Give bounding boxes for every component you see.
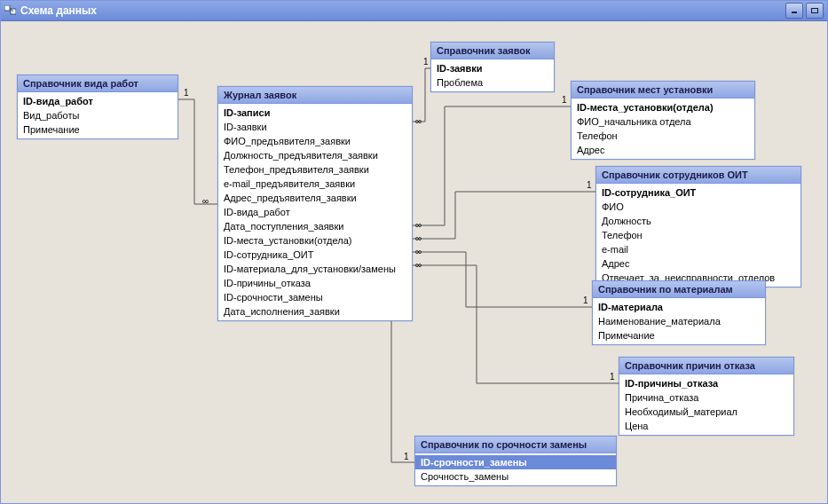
table-t_journal[interactable]: Журнал заявокID-записиID-заявкиФИО_предъ…: [217, 86, 413, 321]
cardinality-one: 1: [587, 180, 592, 190]
field[interactable]: Проблема: [431, 75, 554, 90]
cardinality-many: ∞: [415, 260, 422, 270]
field[interactable]: ID-вида_работ: [18, 94, 177, 108]
field[interactable]: Цена: [619, 419, 793, 433]
cardinality-one: 1: [423, 57, 429, 67]
table-t_reason[interactable]: Справочник причин отказаID-причины_отказ…: [619, 357, 794, 436]
relation-line: [411, 106, 571, 225]
relation-line: [411, 252, 592, 307]
field[interactable]: ID-материала: [593, 300, 765, 314]
svg-rect-0: [4, 5, 10, 11]
field[interactable]: ID-места_установки(отдела): [218, 233, 412, 248]
field[interactable]: Телефон_предъявителя_заявки: [218, 162, 412, 177]
cardinality-one: 1: [610, 372, 615, 382]
table-title[interactable]: Справочник сотрудников ОИТ: [596, 167, 800, 184]
cardinality-many: ∞: [202, 196, 209, 206]
field[interactable]: ФИО_предъявителя_заявки: [218, 134, 412, 148]
field[interactable]: ID-причины_отказа: [619, 376, 793, 390]
cardinality-one: 1: [404, 452, 409, 461]
field[interactable]: Наименование_материала: [593, 314, 765, 328]
field[interactable]: ID-срочности_замены: [415, 455, 616, 469]
table-t_urg[interactable]: Справочник по срочности заменыID-срочнос…: [414, 436, 617, 486]
field[interactable]: ID-материала_для_установки/замены: [218, 262, 412, 276]
field[interactable]: Примечание: [593, 328, 765, 343]
field[interactable]: e-mail: [596, 242, 800, 256]
diagram-canvas[interactable]: 1∞1∞1∞1∞1∞1∞1∞ Справочник вида работID-в…: [1, 21, 827, 504]
field[interactable]: Вид_работы: [18, 108, 177, 122]
field[interactable]: Примечание: [18, 122, 177, 137]
field[interactable]: ID-срочности_замены: [218, 290, 412, 304]
field[interactable]: Телефон: [596, 228, 800, 242]
field[interactable]: ID-места_установки(отдела): [572, 100, 754, 114]
cardinality-many: ∞: [415, 233, 422, 243]
table-title[interactable]: Журнал заявок: [218, 87, 412, 104]
field[interactable]: ID-заявки: [218, 120, 412, 134]
window: Схема данных 1∞1∞1∞1∞1∞1∞1∞ Справочник в…: [0, 0, 828, 504]
cardinality-one: 1: [562, 95, 567, 105]
cardinality-one: 1: [583, 295, 588, 305]
relation-line: [411, 265, 619, 383]
table-t_req[interactable]: Справочник заявокID-заявкиПроблема: [430, 42, 555, 92]
restore-button[interactable]: [806, 3, 824, 19]
field[interactable]: ID-причины_отказа: [218, 276, 412, 290]
field[interactable]: Должность: [596, 214, 800, 228]
field[interactable]: Дата_поступления_заявки: [218, 219, 412, 233]
field[interactable]: Необходимый_материал: [619, 405, 793, 419]
table-t_emp[interactable]: Справочник сотрудников ОИТID-сотрудника_…: [595, 166, 801, 287]
relation-line: [411, 68, 430, 122]
cardinality-many: ∞: [415, 116, 422, 126]
field[interactable]: ФИО: [596, 200, 800, 214]
field[interactable]: ID-записи: [218, 106, 412, 120]
field[interactable]: ID-заявки: [431, 61, 554, 75]
cardinality-many: ∞: [415, 220, 422, 230]
table-title[interactable]: Справочник заявок: [431, 43, 554, 59]
field[interactable]: ID-сотрудника_ОИТ: [596, 185, 800, 200]
cardinality-many: ∞: [415, 247, 422, 256]
table-title[interactable]: Справочник по материалам: [593, 281, 765, 298]
field[interactable]: e-mail_предъявителя_заявки: [218, 177, 412, 191]
field[interactable]: Должность_предъявителя_заявки: [218, 148, 412, 162]
table-title[interactable]: Справочник по срочности замены: [415, 437, 616, 453]
app-icon: [4, 5, 16, 17]
titlebar[interactable]: Схема данных: [1, 1, 827, 21]
field[interactable]: ID-сотрудника_ОИТ: [218, 248, 412, 262]
svg-rect-4: [812, 9, 818, 13]
relation-line: [177, 99, 217, 204]
minimize-button[interactable]: [785, 3, 803, 19]
table-title[interactable]: Справочник вида работ: [18, 75, 177, 92]
field[interactable]: Адрес: [572, 143, 754, 157]
table-t_mat[interactable]: Справочник по материаламID-материалаНаим…: [592, 280, 766, 345]
table-title[interactable]: Справочник причин отказа: [619, 358, 793, 374]
table-t_work[interactable]: Справочник вида работID-вида_работВид_ра…: [17, 75, 178, 139]
field[interactable]: Адрес_предъявителя_заявки: [218, 191, 412, 205]
field[interactable]: Телефон: [572, 129, 754, 143]
field[interactable]: Срочность_замены: [415, 469, 616, 484]
table-t_place[interactable]: Справочник мест установкиID-места_устано…: [571, 81, 755, 160]
field[interactable]: Причина_отказа: [619, 390, 793, 405]
field[interactable]: ID-вида_работ: [218, 205, 412, 219]
window-title: Схема данных: [20, 4, 97, 17]
field[interactable]: ФИО_начальника отдела: [572, 114, 754, 129]
field[interactable]: Дата_исполнения_заявки: [218, 304, 412, 319]
table-title[interactable]: Справочник мест установки: [572, 82, 754, 98]
field[interactable]: Адрес: [596, 256, 800, 271]
cardinality-one: 1: [184, 88, 189, 98]
relation-line: [411, 192, 595, 239]
